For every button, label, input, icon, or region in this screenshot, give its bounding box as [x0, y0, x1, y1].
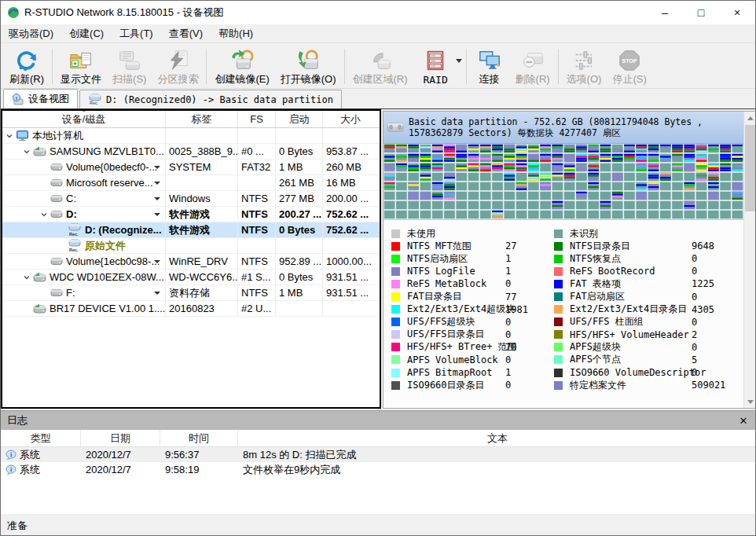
- log-column-text[interactable]: 文本: [238, 430, 756, 446]
- table-row[interactable]: F:资料存储NTFS1 MB931.51 ...: [2, 285, 380, 301]
- minimize-button[interactable]: –: [647, 1, 683, 24]
- scan-block-map[interactable]: [384, 144, 743, 220]
- legend-label: NTFS恢复点: [570, 252, 692, 266]
- table-row[interactable]: Volume{1ecb0c98-...WinRE_DRVNTFS952.89 .…: [2, 254, 380, 270]
- maximize-button[interactable]: □: [683, 1, 719, 24]
- options-button[interactable]: 选项(O): [561, 46, 607, 87]
- row-dropdown-icon[interactable]: [154, 260, 160, 263]
- chevron-down-icon[interactable]: [40, 211, 48, 218]
- volume-icon: [50, 288, 63, 297]
- log-title: 日志: [7, 413, 28, 428]
- device-name: Volume{0bedecf0-...: [66, 161, 157, 173]
- column-header-boot[interactable]: 启动: [276, 111, 323, 127]
- device-name-cell[interactable]: F:: [2, 285, 166, 300]
- device-name-cell[interactable]: Volume{1ecb0c98-...: [2, 254, 166, 269]
- legend-count: 5: [692, 354, 697, 365]
- create-region-button[interactable]: 创建区域(R): [347, 46, 413, 87]
- legend-count: 0: [692, 253, 697, 264]
- scroll-thumb[interactable]: [745, 125, 755, 211]
- chevron-down-icon[interactable]: [23, 274, 31, 281]
- scan-scrollbar[interactable]: [743, 112, 756, 408]
- delete-icon: [520, 47, 545, 73]
- raid-button[interactable]: RAID: [413, 46, 464, 87]
- delete-button[interactable]: 删除(R): [510, 46, 556, 87]
- table-row[interactable]: Rec.D: (Recognize...软件游戏NTFS0 Bytes752.6…: [2, 222, 380, 238]
- log-column-date[interactable]: 日期: [81, 430, 160, 446]
- row-dropdown-icon[interactable]: [154, 292, 160, 295]
- log-column-time[interactable]: 时间: [160, 430, 238, 446]
- legend-label: HFS/HFS+ VolumeHeader: [570, 329, 692, 340]
- tab-recognized-partition[interactable]: Rec. D: (Recognized0) -> Basic data part…: [79, 90, 342, 108]
- device-name: F:: [66, 287, 75, 299]
- legend-label: ReFS BootRecord: [570, 266, 692, 277]
- legend-label: APFS个节点: [570, 353, 692, 366]
- chevron-down-icon[interactable]: [6, 132, 13, 140]
- connect-button[interactable]: 连接: [469, 46, 510, 87]
- column-header-size[interactable]: 大小: [323, 111, 378, 127]
- menu-view[interactable]: 查看(V): [161, 24, 211, 43]
- row-dropdown-icon[interactable]: [154, 213, 160, 216]
- refresh-button[interactable]: 刷新(R): [4, 46, 50, 87]
- device-name-cell[interactable]: Microsoft reserve...: [2, 175, 166, 190]
- raid-dropdown-icon[interactable]: [456, 59, 462, 63]
- volume-icon: [50, 163, 63, 171]
- scan-partition-header: Basic data partition - 752.62 GB (808121…: [384, 112, 743, 144]
- legend-label: APFS BitmapRoot: [407, 367, 505, 378]
- scroll-up-icon[interactable]: [744, 112, 756, 124]
- scroll-down-icon[interactable]: [744, 395, 756, 408]
- device-name-cell[interactable]: Rec.D: (Recognize...: [2, 222, 166, 237]
- legend-count: 9648: [692, 240, 714, 251]
- table-row[interactable]: Microsoft reserve...261 MB16 MB: [2, 175, 380, 191]
- table-row[interactable]: C:WindowsNTFS277 MB200.00 ...: [2, 191, 380, 207]
- legend-item: HFS/HFS+ VolumeHeader2: [554, 329, 725, 341]
- legend-label: NTFS MFT范围: [407, 240, 505, 253]
- device-label-cell: 20160823: [166, 301, 238, 316]
- table-row[interactable]: WDC WD10EZEX-08W...WD-WCC6Y6...#1 S...0 …: [2, 270, 380, 285]
- table-row[interactable]: D:软件游戏NTFS200.27 ...752.62 ...: [2, 207, 380, 222]
- device-name-cell[interactable]: Volume{0bedecf0-...: [2, 160, 166, 174]
- device-name-cell[interactable]: Rec.原始文件: [2, 238, 166, 253]
- legend-swatch: [554, 229, 563, 238]
- chevron-down-icon[interactable]: [23, 148, 31, 156]
- partition-summary-text: Basic data partition - 752.62 GB (808121…: [409, 116, 740, 138]
- stop-button[interactable]: STOP 停止(S): [607, 46, 651, 87]
- show-files-button[interactable]: 显示文件: [55, 46, 107, 87]
- recognized-partition-icon: Rec.: [68, 223, 82, 237]
- column-header-fs[interactable]: FS: [238, 111, 276, 127]
- device-name-cell[interactable]: C:: [2, 191, 166, 206]
- device-label-cell: [166, 128, 238, 143]
- device-name-cell[interactable]: SAMSUNG MZVLB1T0...: [2, 144, 166, 159]
- close-button[interactable]: ×: [719, 1, 755, 24]
- device-name-cell[interactable]: BR17 DEVICE V1.00 1....: [2, 301, 166, 316]
- device-name-cell[interactable]: WDC WD10EZEX-08W...: [2, 270, 166, 285]
- legend-swatch: [554, 318, 563, 326]
- row-dropdown-icon[interactable]: [154, 197, 160, 200]
- scan-button[interactable]: 扫描(S): [107, 46, 152, 87]
- table-row[interactable]: Rec.原始文件: [2, 238, 380, 254]
- volume-icon: [50, 178, 63, 187]
- tab-device-view[interactable]: i 设备视图: [3, 89, 78, 108]
- log-column-type[interactable]: 类型: [1, 430, 81, 446]
- row-dropdown-icon[interactable]: [154, 182, 160, 185]
- menu-help[interactable]: 帮助(H): [211, 24, 261, 43]
- partition-search-button[interactable]: 分区搜索: [152, 46, 204, 87]
- device-name-cell[interactable]: 本地计算机: [2, 128, 166, 143]
- open-image-button[interactable]: 打开镜像(O): [275, 46, 342, 87]
- row-dropdown-icon[interactable]: [154, 166, 160, 169]
- table-row[interactable]: SAMSUNG MZVLB1T0...0025_388B_9...#0 ...0…: [2, 144, 380, 160]
- column-header-label[interactable]: 标签: [166, 111, 238, 127]
- table-row[interactable]: BR17 DEVICE V1.00 1....20160823#2 U...: [2, 301, 380, 317]
- volume-icon: [50, 210, 63, 218]
- log-row[interactable]: i系统2020/12/79:56:378m 12s 的 D: 扫描已完成: [1, 447, 756, 462]
- menu-drive[interactable]: 驱动器(D): [1, 24, 61, 43]
- table-row[interactable]: Volume{0bedecf0-...SYSTEMFAT321 MB260 MB: [2, 160, 380, 175]
- log-row[interactable]: i系统2020/12/79:58:19文件枚举在9秒内完成: [1, 462, 756, 477]
- menu-create[interactable]: 创建(C): [61, 24, 112, 43]
- create-image-button[interactable]: 创建镜像(E): [209, 46, 274, 87]
- menu-tools[interactable]: 工具(T): [112, 24, 161, 43]
- legend-swatch: [391, 355, 400, 364]
- device-name-cell[interactable]: D:: [2, 207, 166, 222]
- legend-count: 509021: [692, 380, 725, 391]
- log-close-icon[interactable]: ✕: [736, 415, 750, 427]
- table-row[interactable]: 本地计算机: [2, 128, 380, 144]
